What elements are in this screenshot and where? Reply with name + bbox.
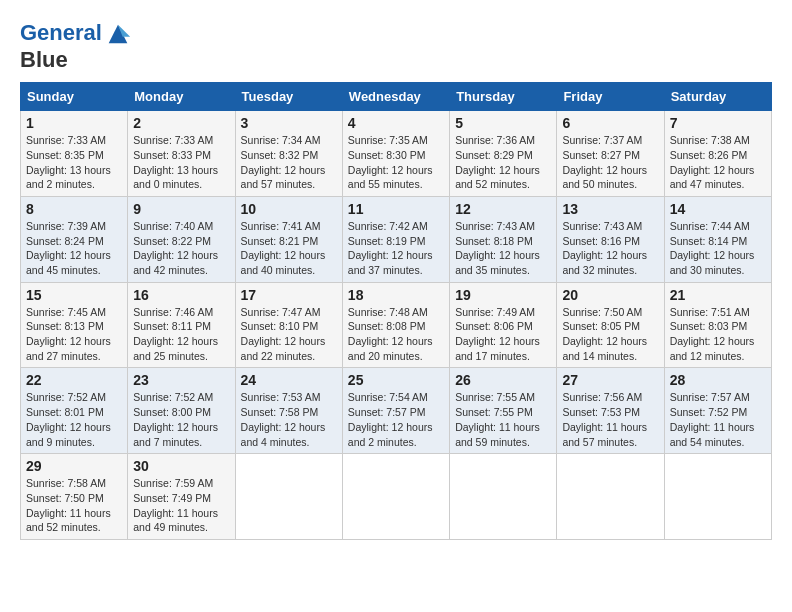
calendar-cell: 22 Sunrise: 7:52 AMSunset: 8:01 PMDaylig… <box>21 368 128 454</box>
empty-cell <box>342 454 449 540</box>
calendar-cell: 6 Sunrise: 7:37 AMSunset: 8:27 PMDayligh… <box>557 111 664 197</box>
day-number: 1 <box>26 115 122 131</box>
calendar-table: SundayMondayTuesdayWednesdayThursdayFrid… <box>20 82 772 540</box>
logo: General Blue <box>20 20 132 72</box>
calendar-cell: 7 Sunrise: 7:38 AMSunset: 8:26 PMDayligh… <box>664 111 771 197</box>
calendar-cell: 26 Sunrise: 7:55 AMSunset: 7:55 PMDaylig… <box>450 368 557 454</box>
calendar-cell: 4 Sunrise: 7:35 AMSunset: 8:30 PMDayligh… <box>342 111 449 197</box>
day-info: Sunrise: 7:35 AMSunset: 8:30 PMDaylight:… <box>348 133 444 192</box>
weekday-header: Thursday <box>450 83 557 111</box>
calendar-cell: 15 Sunrise: 7:45 AMSunset: 8:13 PMDaylig… <box>21 282 128 368</box>
day-info: Sunrise: 7:49 AMSunset: 8:06 PMDaylight:… <box>455 305 551 364</box>
calendar-cell: 28 Sunrise: 7:57 AMSunset: 7:52 PMDaylig… <box>664 368 771 454</box>
weekday-header: Sunday <box>21 83 128 111</box>
day-info: Sunrise: 7:40 AMSunset: 8:22 PMDaylight:… <box>133 219 229 278</box>
day-info: Sunrise: 7:56 AMSunset: 7:53 PMDaylight:… <box>562 390 658 449</box>
calendar-cell: 19 Sunrise: 7:49 AMSunset: 8:06 PMDaylig… <box>450 282 557 368</box>
day-number: 30 <box>133 458 229 474</box>
day-info: Sunrise: 7:38 AMSunset: 8:26 PMDaylight:… <box>670 133 766 192</box>
day-info: Sunrise: 7:51 AMSunset: 8:03 PMDaylight:… <box>670 305 766 364</box>
calendar-cell: 23 Sunrise: 7:52 AMSunset: 8:00 PMDaylig… <box>128 368 235 454</box>
calendar-cell: 25 Sunrise: 7:54 AMSunset: 7:57 PMDaylig… <box>342 368 449 454</box>
day-number: 4 <box>348 115 444 131</box>
empty-cell <box>557 454 664 540</box>
weekday-header: Wednesday <box>342 83 449 111</box>
calendar-cell: 12 Sunrise: 7:43 AMSunset: 8:18 PMDaylig… <box>450 196 557 282</box>
day-number: 28 <box>670 372 766 388</box>
day-number: 15 <box>26 287 122 303</box>
day-info: Sunrise: 7:43 AMSunset: 8:16 PMDaylight:… <box>562 219 658 278</box>
empty-cell <box>450 454 557 540</box>
day-number: 16 <box>133 287 229 303</box>
day-info: Sunrise: 7:52 AMSunset: 8:01 PMDaylight:… <box>26 390 122 449</box>
weekday-header: Friday <box>557 83 664 111</box>
calendar-cell: 27 Sunrise: 7:56 AMSunset: 7:53 PMDaylig… <box>557 368 664 454</box>
calendar-cell: 20 Sunrise: 7:50 AMSunset: 8:05 PMDaylig… <box>557 282 664 368</box>
day-info: Sunrise: 7:41 AMSunset: 8:21 PMDaylight:… <box>241 219 337 278</box>
day-info: Sunrise: 7:45 AMSunset: 8:13 PMDaylight:… <box>26 305 122 364</box>
empty-cell <box>235 454 342 540</box>
empty-cell <box>664 454 771 540</box>
day-info: Sunrise: 7:47 AMSunset: 8:10 PMDaylight:… <box>241 305 337 364</box>
day-info: Sunrise: 7:48 AMSunset: 8:08 PMDaylight:… <box>348 305 444 364</box>
day-info: Sunrise: 7:43 AMSunset: 8:18 PMDaylight:… <box>455 219 551 278</box>
day-number: 5 <box>455 115 551 131</box>
logo-text: General Blue <box>20 20 132 72</box>
calendar-cell: 9 Sunrise: 7:40 AMSunset: 8:22 PMDayligh… <box>128 196 235 282</box>
day-number: 17 <box>241 287 337 303</box>
day-info: Sunrise: 7:52 AMSunset: 8:00 PMDaylight:… <box>133 390 229 449</box>
day-number: 22 <box>26 372 122 388</box>
calendar-cell: 13 Sunrise: 7:43 AMSunset: 8:16 PMDaylig… <box>557 196 664 282</box>
day-number: 19 <box>455 287 551 303</box>
day-info: Sunrise: 7:58 AMSunset: 7:50 PMDaylight:… <box>26 476 122 535</box>
day-info: Sunrise: 7:46 AMSunset: 8:11 PMDaylight:… <box>133 305 229 364</box>
day-number: 12 <box>455 201 551 217</box>
calendar-cell: 11 Sunrise: 7:42 AMSunset: 8:19 PMDaylig… <box>342 196 449 282</box>
day-info: Sunrise: 7:59 AMSunset: 7:49 PMDaylight:… <box>133 476 229 535</box>
calendar-cell: 5 Sunrise: 7:36 AMSunset: 8:29 PMDayligh… <box>450 111 557 197</box>
day-number: 8 <box>26 201 122 217</box>
day-info: Sunrise: 7:36 AMSunset: 8:29 PMDaylight:… <box>455 133 551 192</box>
day-number: 27 <box>562 372 658 388</box>
day-info: Sunrise: 7:53 AMSunset: 7:58 PMDaylight:… <box>241 390 337 449</box>
calendar-cell: 18 Sunrise: 7:48 AMSunset: 8:08 PMDaylig… <box>342 282 449 368</box>
day-info: Sunrise: 7:37 AMSunset: 8:27 PMDaylight:… <box>562 133 658 192</box>
weekday-header: Saturday <box>664 83 771 111</box>
day-number: 20 <box>562 287 658 303</box>
day-number: 23 <box>133 372 229 388</box>
calendar-cell: 10 Sunrise: 7:41 AMSunset: 8:21 PMDaylig… <box>235 196 342 282</box>
day-info: Sunrise: 7:57 AMSunset: 7:52 PMDaylight:… <box>670 390 766 449</box>
day-number: 11 <box>348 201 444 217</box>
weekday-header: Tuesday <box>235 83 342 111</box>
day-info: Sunrise: 7:39 AMSunset: 8:24 PMDaylight:… <box>26 219 122 278</box>
weekday-header: Monday <box>128 83 235 111</box>
day-info: Sunrise: 7:44 AMSunset: 8:14 PMDaylight:… <box>670 219 766 278</box>
day-number: 2 <box>133 115 229 131</box>
day-number: 24 <box>241 372 337 388</box>
day-number: 26 <box>455 372 551 388</box>
day-number: 29 <box>26 458 122 474</box>
calendar-cell: 30 Sunrise: 7:59 AMSunset: 7:49 PMDaylig… <box>128 454 235 540</box>
calendar-cell: 21 Sunrise: 7:51 AMSunset: 8:03 PMDaylig… <box>664 282 771 368</box>
calendar-cell: 16 Sunrise: 7:46 AMSunset: 8:11 PMDaylig… <box>128 282 235 368</box>
day-number: 9 <box>133 201 229 217</box>
calendar-cell: 29 Sunrise: 7:58 AMSunset: 7:50 PMDaylig… <box>21 454 128 540</box>
calendar-cell: 1 Sunrise: 7:33 AMSunset: 8:35 PMDayligh… <box>21 111 128 197</box>
calendar-cell: 3 Sunrise: 7:34 AMSunset: 8:32 PMDayligh… <box>235 111 342 197</box>
day-number: 6 <box>562 115 658 131</box>
calendar-cell: 17 Sunrise: 7:47 AMSunset: 8:10 PMDaylig… <box>235 282 342 368</box>
day-number: 18 <box>348 287 444 303</box>
day-number: 14 <box>670 201 766 217</box>
day-info: Sunrise: 7:54 AMSunset: 7:57 PMDaylight:… <box>348 390 444 449</box>
day-info: Sunrise: 7:34 AMSunset: 8:32 PMDaylight:… <box>241 133 337 192</box>
day-number: 7 <box>670 115 766 131</box>
day-info: Sunrise: 7:50 AMSunset: 8:05 PMDaylight:… <box>562 305 658 364</box>
day-info: Sunrise: 7:55 AMSunset: 7:55 PMDaylight:… <box>455 390 551 449</box>
day-info: Sunrise: 7:33 AMSunset: 8:33 PMDaylight:… <box>133 133 229 192</box>
day-number: 21 <box>670 287 766 303</box>
calendar-cell: 2 Sunrise: 7:33 AMSunset: 8:33 PMDayligh… <box>128 111 235 197</box>
day-info: Sunrise: 7:33 AMSunset: 8:35 PMDaylight:… <box>26 133 122 192</box>
day-number: 13 <box>562 201 658 217</box>
calendar-cell: 8 Sunrise: 7:39 AMSunset: 8:24 PMDayligh… <box>21 196 128 282</box>
calendar-cell: 24 Sunrise: 7:53 AMSunset: 7:58 PMDaylig… <box>235 368 342 454</box>
